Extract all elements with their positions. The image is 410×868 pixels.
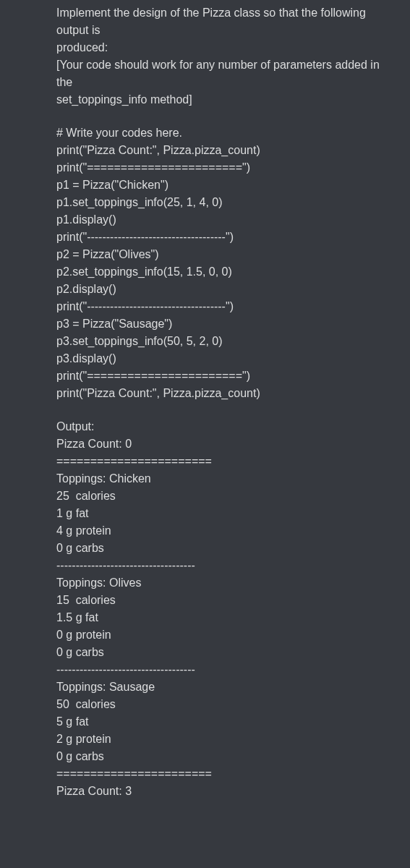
text-line: ======================= — [56, 765, 396, 783]
text-line: Pizza Count: 3 — [56, 783, 396, 800]
text-line: print("---------------------------------… — [56, 298, 396, 315]
text-line: produced: — [56, 39, 396, 56]
text-line: 1 g fat — [56, 505, 396, 522]
text-line: p1.set_toppings_info(25, 1, 4, 0) — [56, 194, 396, 211]
text-line: 15 calories — [56, 592, 396, 609]
text-line: print("Pizza Count:", Pizza.pizza_count) — [56, 142, 396, 159]
text-line: # Write your codes here. — [56, 124, 396, 142]
text-line: ------------------------------------ — [56, 661, 396, 678]
text-line: p1 = Pizza("Chicken") — [56, 176, 396, 194]
text-line: p2 = Pizza("Olives") — [56, 246, 396, 263]
text-line: p2.display() — [56, 281, 396, 298]
spacer — [56, 402, 396, 418]
text-line: p3 = Pizza("Sausage") — [56, 315, 396, 333]
text-line: 0 g carbs — [56, 644, 396, 661]
text-line: p3.set_toppings_info(50, 5, 2, 0) — [56, 333, 396, 350]
text-line: 4 g protein — [56, 522, 396, 540]
text-line: 2 g protein — [56, 731, 396, 748]
text-line: 5 g fat — [56, 713, 396, 731]
text-line: Output: — [56, 418, 396, 435]
text-line: 1.5 g fat — [56, 609, 396, 626]
text-line: 0 g carbs — [56, 540, 396, 557]
text-line: 0 g carbs — [56, 748, 396, 765]
text-line: Pizza Count: 0 — [56, 435, 396, 453]
text-line: p1.display() — [56, 211, 396, 229]
text-line: print("=======================") — [56, 159, 396, 176]
text-line: Implement the design of the Pizza class … — [56, 4, 396, 39]
text-line: ------------------------------------ — [56, 557, 396, 574]
text-line: 0 g protein — [56, 626, 396, 644]
spacer — [56, 109, 396, 124]
text-line: print("=======================") — [56, 367, 396, 385]
text-line: set_toppings_info method] — [56, 91, 396, 109]
text-line: print("Pizza Count:", Pizza.pizza_count) — [56, 385, 396, 402]
text-line: 50 calories — [56, 696, 396, 713]
message-content: Implement the design of the Pizza class … — [0, 0, 410, 814]
text-line: p3.display() — [56, 350, 396, 367]
text-line: Toppings: Olives — [56, 574, 396, 592]
text-line: 25 calories — [56, 488, 396, 505]
text-line: Toppings: Sausage — [56, 678, 396, 696]
text-line: p2.set_toppings_info(15, 1.5, 0, 0) — [56, 263, 396, 281]
text-line: print("---------------------------------… — [56, 229, 396, 246]
text-line: ======================= — [56, 453, 396, 470]
text-line: [Your code should work for any number of… — [56, 56, 396, 91]
text-line: Toppings: Chicken — [56, 470, 396, 488]
